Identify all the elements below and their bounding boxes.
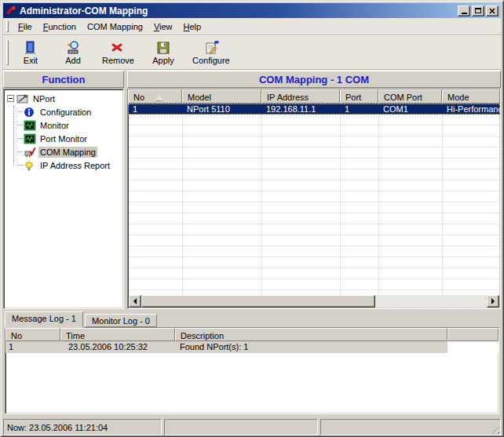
collapse-icon[interactable] <box>7 95 14 102</box>
minimize-icon <box>462 13 467 14</box>
scrollbar-thumb[interactable] <box>141 295 375 308</box>
remove-icon <box>110 40 126 56</box>
menu-help[interactable]: Help <box>178 20 207 33</box>
cell-model: NPort 5110 <box>182 104 261 115</box>
menu-file[interactable]: File <box>13 20 38 33</box>
menu-view[interactable]: View <box>148 20 178 33</box>
tree-item-ip-address-report[interactable]: IP Address Report <box>7 158 123 172</box>
function-tree-panel: NPort Configuration Monitor <box>3 89 124 309</box>
resize-grip[interactable] <box>489 424 499 434</box>
scroll-left-button[interactable] <box>129 295 141 308</box>
column-header-ip-address[interactable]: IP Address <box>261 89 340 104</box>
tree-item-label: Configuration <box>38 107 93 118</box>
status-bar: Now: 23.05.2006 11:21:04 <box>3 417 501 435</box>
toolbar-gripper[interactable] <box>6 40 9 65</box>
add-icon <box>65 40 81 56</box>
log-column-header-time[interactable]: Time <box>60 328 175 341</box>
tree-item-label: IP Address Report <box>38 160 111 171</box>
cell-no: 1 <box>128 104 182 115</box>
exit-button[interactable]: Exit <box>13 38 49 67</box>
log-tabs: Message Log - 1 Monitor Log - 0 <box>3 311 501 327</box>
status-clock-panel: Now: 23.05.2006 11:21:04 <box>3 419 162 435</box>
close-icon <box>489 8 495 14</box>
status-panel-2 <box>164 419 318 435</box>
nport-icon <box>16 93 29 104</box>
exit-label: Exit <box>24 56 38 66</box>
com-table-header: No Model IP Address Port COM Port Mode <box>128 89 500 104</box>
tab-monitor-log[interactable]: Monitor Log - 0 <box>85 314 157 327</box>
tree-root-label: NPort <box>31 93 57 104</box>
configure-button[interactable]: Configure <box>188 38 235 67</box>
com-table-empty-grid <box>129 115 499 295</box>
apply-button[interactable]: Apply <box>145 38 181 67</box>
horizontal-scrollbar[interactable] <box>129 295 499 308</box>
lightbulb-icon <box>24 160 36 171</box>
column-header-com-port[interactable]: COM Port <box>378 89 442 104</box>
table-row[interactable]: 1 NPort 5110 192.168.11.1 1 COM1 Hi-Perf… <box>128 104 500 115</box>
function-panel-header: Function <box>3 71 124 88</box>
column-header-mode[interactable]: Mode <box>442 89 500 104</box>
monitor-icon <box>24 120 36 131</box>
log-cell-time: 23.05.2006 10:25:32 <box>60 341 175 353</box>
menu-com-mapping[interactable]: COM Mapping <box>82 20 148 33</box>
tree-stub <box>17 151 23 152</box>
tab-message-log[interactable]: Message Log - 1 <box>5 311 83 327</box>
log-panel: Message Log - 1 Monitor Log - 0 No Time … <box>3 311 501 416</box>
add-button[interactable]: Add <box>55 38 91 67</box>
cell-port: 1 <box>340 104 378 115</box>
title-bar[interactable]: Administrator-COM Mapping <box>3 3 501 18</box>
com-mapping-panel-title: COM Mapping - 1 COM <box>259 74 369 86</box>
configure-label: Configure <box>192 56 230 66</box>
column-header-port[interactable]: Port <box>340 89 378 104</box>
log-column-header-description[interactable]: Description <box>175 328 447 341</box>
maximize-button[interactable] <box>472 5 484 16</box>
scroll-right-button[interactable] <box>487 295 499 308</box>
log-table-header: No Time Description <box>5 328 499 341</box>
tree-stub <box>17 125 23 126</box>
minimize-button[interactable] <box>458 5 470 16</box>
tree-item-com-mapping[interactable]: COM Mapping <box>7 145 123 158</box>
column-header-model[interactable]: Model <box>182 89 261 104</box>
cell-mode: Hi-Performance <box>442 104 500 115</box>
function-tree: NPort Configuration Monitor <box>4 89 123 172</box>
log-cell-description: Found NPort(s): 1 <box>175 341 447 353</box>
function-panel-title: Function <box>42 74 86 86</box>
log-cell-filler <box>447 341 499 353</box>
configure-icon <box>203 40 219 56</box>
tree-item-monitor[interactable]: Monitor <box>7 118 123 132</box>
log-column-header-filler <box>447 328 499 341</box>
status-panel-3 <box>320 419 501 435</box>
menu-bar: File Function COM Mapping View Help <box>3 18 501 35</box>
window-title: Administrator-COM Mapping <box>20 5 458 16</box>
tree-item-configuration[interactable]: Configuration <box>7 105 123 118</box>
toolbar: Exit Add Remove Apply Configure <box>3 36 501 70</box>
tree-item-label: Monitor <box>38 120 71 131</box>
log-cell-no: 1 <box>5 341 60 353</box>
info-icon <box>24 107 36 118</box>
tree-stub <box>17 111 23 112</box>
maximize-icon <box>475 8 481 13</box>
tree-item-label: COM Mapping <box>38 147 97 158</box>
column-header-no[interactable]: No <box>128 89 182 104</box>
monitor-icon <box>24 133 36 144</box>
cell-com-port: COM1 <box>378 104 442 115</box>
status-now-text: Now: 23.05.2006 11:21:04 <box>7 423 108 432</box>
add-label: Add <box>65 56 81 66</box>
menu-gripper[interactable] <box>6 20 9 32</box>
app-icon <box>5 5 16 16</box>
tree-connector-line <box>13 106 14 166</box>
cell-ip-address: 192.168.11.1 <box>261 104 340 115</box>
message-log-table: No Time Description 1 23.05.2006 10:25:3… <box>5 327 499 414</box>
close-button[interactable] <box>486 5 499 16</box>
tree-root-nport[interactable]: NPort <box>7 92 123 105</box>
apply-label: Apply <box>152 56 174 66</box>
remove-button[interactable]: Remove <box>97 38 139 67</box>
tree-item-port-monitor[interactable]: Port Monitor <box>7 132 123 145</box>
log-row[interactable]: 1 23.05.2006 10:25:32 Found NPort(s): 1 <box>5 341 499 353</box>
log-column-header-no[interactable]: No <box>5 328 60 341</box>
window-controls <box>458 5 499 16</box>
menu-function[interactable]: Function <box>38 20 82 33</box>
tree-item-label: Port Monitor <box>38 133 89 144</box>
scroll-right-icon <box>491 298 495 304</box>
apply-icon <box>155 40 171 56</box>
